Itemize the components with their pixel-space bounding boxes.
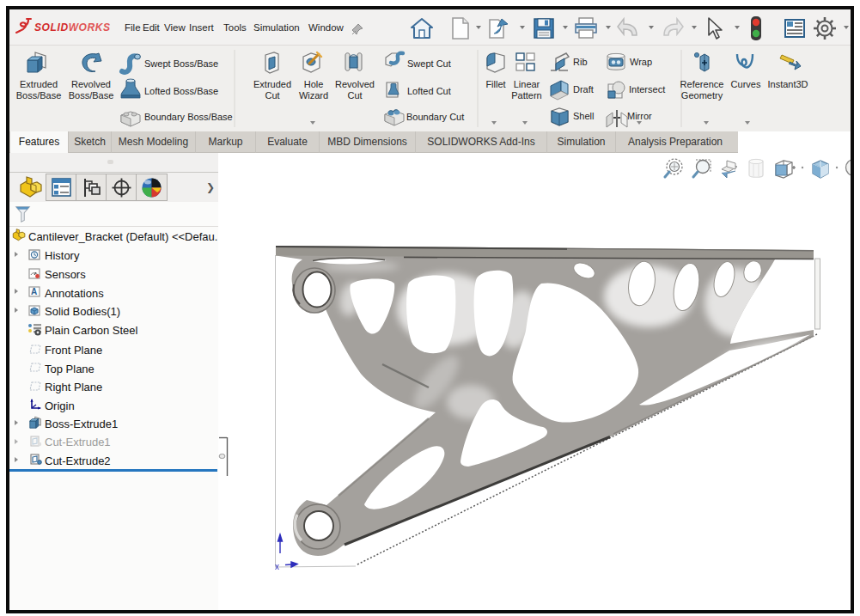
svg-text:x: x <box>275 562 279 571</box>
svg-text:A: A <box>31 287 37 296</box>
